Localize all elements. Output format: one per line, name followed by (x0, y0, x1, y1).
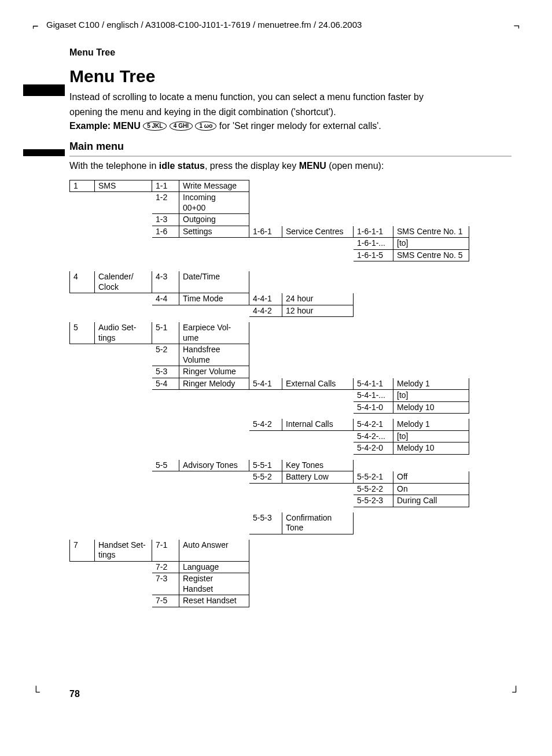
idle-c: , press the display key (205, 161, 299, 171)
table-row: 5-4-2Internal Calls5-4-2-1Melody 1 (70, 419, 469, 431)
menu-tree: 1SMS1-1Write Message 1-2Incoming00+00 1-… (69, 180, 511, 607)
table-row: 5-5-2Battery Low5-5-2-1Off (70, 471, 469, 484)
page-title: Menu Tree (69, 65, 511, 87)
table-row: 5-4-1-0Melody 10 (70, 401, 469, 414)
idle-a: With the telephone in (69, 161, 159, 171)
table-row: 5Audio Set-tings5-1Earpiece Vol-ume (70, 322, 469, 344)
table-row: 1-6-1-...[to] (70, 238, 469, 250)
table-row: 4-4Time Mode4-4-124 hour (70, 293, 469, 305)
subheading-main-menu: Main menu (69, 140, 511, 153)
intro-line-2: opening the menu and keying in the digit… (69, 106, 511, 118)
table-row: 1-6-1-5SMS Centre No. 5 (70, 249, 469, 261)
crop-mark-tr: ¬ (513, 20, 520, 33)
table-row: 1-3Outgoing (70, 214, 469, 226)
key-4-icon: 4 GHI (170, 121, 193, 131)
section-label: Menu Tree (69, 47, 511, 58)
table-row: 4-4-212 hour (70, 305, 469, 317)
idle-e: (open menu): (326, 161, 384, 171)
table-row: 5-5-3ConfirmationTone (70, 512, 469, 534)
key-1-icon: 1 ωο (195, 121, 216, 131)
page-number: 78 (69, 688, 511, 700)
table-row: 5-3Ringer Volume (70, 366, 469, 378)
crop-mark-br: ┘ (512, 685, 520, 699)
table-row: 7-2Language (70, 561, 469, 573)
table-row: 7Handset Set-tings7-1Auto Answer (70, 539, 469, 561)
black-marker-1 (23, 84, 65, 96)
table-row: 5-5Advisory Tones5-5-1Key Tones (70, 459, 469, 471)
intro-line-1: Instead of scrolling to locate a menu fu… (69, 91, 511, 103)
example-suffix: for 'Set ringer melody for external call… (219, 121, 381, 131)
running-header: Gigaset C100 / englisch / A31008-C100-J1… (41, 20, 511, 31)
table-row: 5-4-2-...[to] (70, 430, 469, 442)
table-row: 1SMS1-1Write Message (70, 180, 469, 192)
table-row: 5-4-1-...[to] (70, 390, 469, 402)
crop-mark-bl: └ (32, 685, 40, 699)
idle-instruction: With the telephone in idle status, press… (69, 160, 511, 172)
table-row: 5-5-2-3During Call (70, 495, 469, 507)
table-row: 7-3RegisterHandset (70, 573, 469, 595)
example-line: Example: MENU 5 JKL 4 GHI 1 ωο for 'Set … (69, 120, 511, 132)
crop-mark-tl: ⌐ (32, 20, 39, 33)
idle-b: idle status (159, 161, 205, 171)
table-row: 5-2HandsfreeVolume (70, 344, 469, 366)
table-row: 7-5Reset Handset (70, 595, 469, 607)
table-row: 1-2Incoming00+00 (70, 192, 469, 214)
table-row: 4Calender/Clock4-3Date/Time (70, 271, 469, 293)
menu-tree-table: 1SMS1-1Write Message 1-2Incoming00+00 1-… (69, 180, 469, 607)
black-marker-2 (23, 149, 65, 156)
table-row: 5-4-2-0Melody 10 (70, 442, 469, 455)
idle-d: MENU (299, 161, 326, 171)
table-row: 5-5-2-2On (70, 483, 469, 495)
table-row: 5-4Ringer Melody5-4-1External Calls5-4-1… (70, 378, 469, 390)
example-prefix: Example: MENU (69, 121, 141, 131)
key-5-icon: 5 JKL (143, 121, 167, 131)
table-row: 1-6Settings1-6-1Service Centres1-6-1-1SM… (70, 226, 469, 238)
subheading-rule (69, 156, 511, 157)
